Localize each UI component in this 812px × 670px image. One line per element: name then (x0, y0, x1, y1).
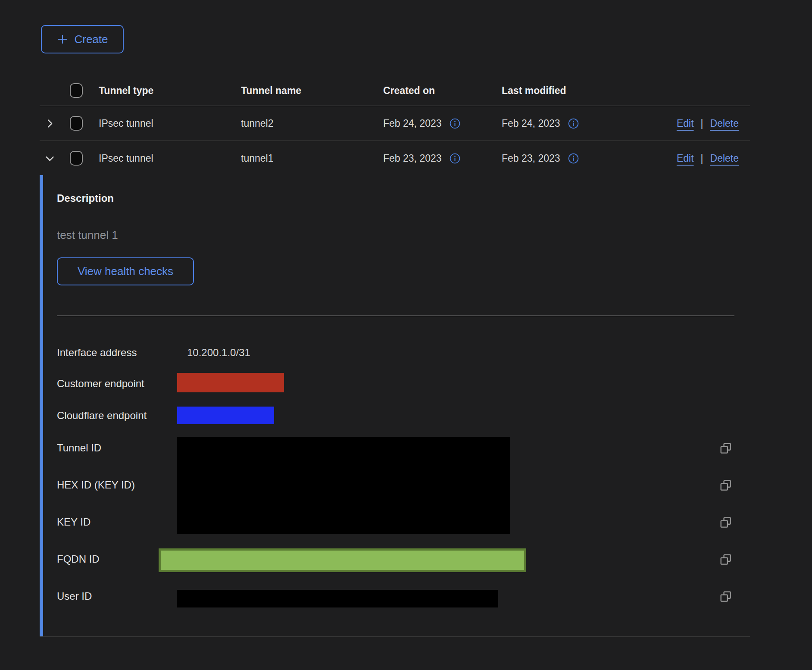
action-separator: | (701, 153, 703, 164)
info-icon (568, 124, 579, 130)
fqdn-id-label: FQDN ID (57, 553, 100, 565)
tunnels-page: Create Tunnel type Tunnel name Created o… (0, 0, 812, 670)
interface-address-label: Interface address (57, 347, 137, 359)
created-on-cell: Feb 23, 2023 (383, 153, 442, 164)
tunnel-name-cell: tunnel2 (235, 118, 378, 129)
plus-icon (56, 33, 69, 45)
tunnel-name-cell: tunnel1 (235, 153, 378, 164)
last-modified-info-button[interactable] (568, 153, 579, 164)
last-modified-cell: Feb 23, 2023 (502, 153, 560, 164)
copy-icon (719, 524, 732, 530)
copy-hex-id-button[interactable] (719, 479, 733, 492)
tunnel-type-cell: IPsec tunnel (93, 118, 235, 129)
info-icon (568, 159, 579, 165)
row-checkbox[interactable] (70, 116, 83, 131)
collapse-row-button[interactable] (44, 153, 56, 164)
row-checkbox[interactable] (70, 151, 83, 166)
tunnel-id-label: Tunnel ID (57, 442, 101, 454)
copy-key-id-button[interactable] (719, 516, 733, 529)
id-values-redacted-block (177, 437, 510, 534)
description-value: test tunnel 1 (57, 229, 118, 242)
delete-link[interactable]: Delete (710, 118, 739, 129)
create-button-label: Create (74, 33, 108, 46)
customer-endpoint-redacted-value (177, 373, 284, 392)
chevron-right-icon (44, 124, 56, 131)
key-id-label: KEY ID (57, 516, 91, 528)
table-row: IPsec tunnel tunnel1 Feb 23, 2023 Feb 23… (40, 141, 750, 175)
last-modified-info-button[interactable] (568, 118, 579, 129)
select-all-checkbox[interactable] (70, 83, 83, 98)
copy-fqdn-id-button[interactable] (719, 553, 733, 567)
edit-link[interactable]: Edit (677, 153, 694, 164)
hex-id-label: HEX ID (KEY ID) (57, 479, 135, 491)
expand-row-button[interactable] (44, 118, 56, 129)
cloudflare-endpoint-redacted-value (177, 407, 274, 424)
description-label: Description (57, 192, 114, 204)
tunnel-type-cell: IPsec tunnel (93, 153, 235, 164)
details-divider (57, 316, 734, 316)
copy-icon (719, 487, 732, 493)
action-separator: | (701, 118, 703, 129)
header-tunnel-name: Tunnel name (235, 85, 378, 97)
details-bottom-divider (40, 636, 750, 637)
create-button[interactable]: Create (41, 25, 124, 53)
delete-link[interactable]: Delete (710, 153, 739, 164)
edit-link[interactable]: Edit (677, 118, 694, 129)
copy-icon (719, 598, 732, 604)
header-created-on: Created on (378, 85, 496, 97)
table-row: IPsec tunnel tunnel2 Feb 24, 2023 Feb 24… (40, 106, 750, 141)
tunnel-details-panel: Description test tunnel 1 View health ch… (40, 175, 750, 637)
created-on-info-button[interactable] (450, 118, 460, 129)
header-tunnel-type: Tunnel type (93, 85, 235, 97)
customer-endpoint-label: Customer endpoint (57, 378, 144, 390)
cloudflare-endpoint-label: Cloudflare endpoint (57, 410, 147, 422)
last-modified-cell: Feb 24, 2023 (502, 118, 560, 129)
copy-tunnel-id-button[interactable] (719, 441, 733, 455)
copy-icon (719, 450, 732, 456)
info-icon (450, 159, 460, 165)
created-on-info-button[interactable] (450, 153, 460, 164)
user-id-redacted-value (177, 590, 498, 607)
header-last-modified: Last modified (496, 85, 622, 97)
view-health-checks-button[interactable]: View health checks (57, 257, 194, 285)
created-on-cell: Feb 24, 2023 (383, 118, 442, 129)
tunnels-table: Tunnel type Tunnel name Created on Last … (40, 75, 750, 175)
table-header-row: Tunnel type Tunnel name Created on Last … (40, 75, 750, 106)
copy-icon (719, 561, 732, 567)
info-icon (450, 124, 460, 130)
copy-user-id-button[interactable] (719, 590, 733, 604)
fqdn-id-redacted-value (159, 548, 526, 572)
user-id-label: User ID (57, 590, 92, 602)
interface-address-value: 10.200.1.0/31 (187, 347, 250, 359)
chevron-down-icon (44, 159, 56, 166)
